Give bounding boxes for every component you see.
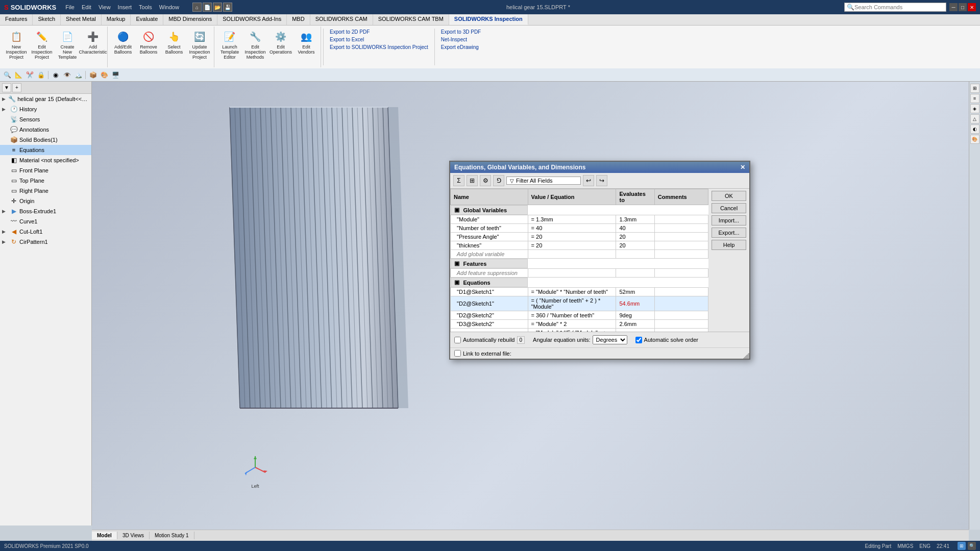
toolbar-icon-home[interactable]: ⌂ (192, 3, 202, 12)
collapse-features-icon[interactable]: ▣ (454, 260, 459, 267)
dialog-resize-handle[interactable] (743, 353, 749, 359)
tree-item-cut-loft1[interactable]: ▶ ◀ Cut-Loft1 (0, 227, 91, 237)
btn-update-inspection[interactable]: 🔄 Update Inspection Project (187, 28, 212, 62)
tab-mbd[interactable]: MBD (287, 14, 310, 25)
tab-motion-study-1[interactable]: Motion Study 1 (150, 532, 194, 539)
menu-window[interactable]: Window (156, 3, 182, 11)
tree-item-origin[interactable]: ✛ Origin (0, 196, 91, 206)
minimize-button[interactable]: ─ (949, 3, 958, 11)
btn-net-inspect[interactable]: Net-Inspect (439, 36, 483, 43)
tab-features[interactable]: Features (0, 14, 33, 25)
tree-root-item[interactable]: ▶ 🔧 helical gear 15 (Default<<Default>_D… (0, 94, 91, 104)
sec-toolbar-btn2[interactable]: 📐 (13, 70, 23, 80)
link-external-checkbox[interactable] (454, 350, 461, 357)
eq-row-d3sketch2[interactable]: "D3@Sketch2" = "Module" * 2 2.6mm (451, 320, 708, 329)
features-add-row[interactable]: Add feature suppression (451, 269, 708, 278)
btn-select-balloons[interactable]: 👆 Select Balloons (162, 28, 186, 57)
btn-export-excel[interactable]: Export to Excel (328, 36, 430, 43)
sec-toolbar-btn1[interactable]: 🔍 (2, 70, 12, 80)
gv-row-teeth[interactable]: "Number of teeth" = 40 40 (451, 224, 708, 233)
taskbar-icon-windows[interactable]: ⊞ (958, 542, 966, 550)
btn-edit-inspection-methods[interactable]: 🔧 Edit Inspection Methods (243, 28, 267, 62)
angular-unit-select[interactable]: Degrees (593, 335, 627, 344)
btn-export-3d-pdf[interactable]: Export to 3D PDF (439, 29, 483, 35)
tab-solidworks-cam-tbm[interactable]: SOLIDWORKS CAM TBM (373, 14, 449, 25)
tree-item-sensors[interactable]: 📡 Sensors (0, 114, 91, 124)
btn-export[interactable]: Export... (712, 228, 746, 238)
eq-row-d2sketch2[interactable]: "D2@Sketch2" = 360 / "Number of teeth" 9… (451, 311, 708, 320)
eq-row-d2sketch1[interactable]: "D2@Sketch1" = ( "Number of teeth" + 2 )… (451, 296, 708, 311)
dialog-tb-btn3[interactable]: ⚙ (480, 175, 491, 186)
btn-new-inspection-project[interactable]: 📋 New Inspection Project (4, 28, 29, 62)
toolbar-icon-open[interactable]: 📂 (213, 3, 222, 12)
btn-help[interactable]: Help (712, 240, 746, 250)
btn-cancel[interactable]: Cancel (712, 203, 746, 213)
tab-model[interactable]: Model (92, 532, 117, 539)
sec-toolbar-btn9[interactable]: 🎨 (99, 70, 109, 80)
tab-3d-views[interactable]: 3D Views (117, 532, 150, 539)
tree-item-solid-bodies[interactable]: 📦 Solid Bodies(1) (0, 135, 91, 145)
collapse-equations-icon[interactable]: ▣ (454, 279, 459, 286)
btn-ok[interactable]: OK (712, 191, 746, 201)
taskbar-icon-search[interactable]: 🔍 (968, 542, 976, 550)
menu-view[interactable]: View (95, 3, 114, 11)
btn-export-edrawing[interactable]: Export eDrawing (439, 44, 483, 51)
tab-mbd-dimensions[interactable]: MBD Dimensions (163, 14, 217, 25)
tree-item-material[interactable]: ◧ Material <not specified> (0, 155, 91, 165)
gv-row-thickness[interactable]: "thicknes" = 20 20 (451, 241, 708, 250)
btn-remove-balloons[interactable]: 🚫 Remove Balloons (136, 28, 161, 57)
btn-create-new-template[interactable]: 📄 Create New Template (55, 28, 80, 62)
sec-toolbar-btn4[interactable]: 🔒 (36, 70, 46, 80)
tab-evaluate[interactable]: Evaluate (131, 14, 163, 25)
tree-item-top-plane[interactable]: ▭ Top Plane (0, 176, 91, 186)
menu-file[interactable]: File (62, 3, 78, 11)
btn-edit-inspection-project[interactable]: ✏️ Edit Inspection Project (30, 28, 54, 62)
auto-rebuild-checkbox[interactable] (454, 337, 461, 343)
toolbar-icon-new[interactable]: 📄 (203, 3, 212, 12)
right-panel-btn6[interactable]: 🎨 (970, 135, 979, 144)
btn-add-characteristic[interactable]: ➕ Add Characteristic (81, 28, 105, 57)
sec-toolbar-btn3[interactable]: ✂️ (24, 70, 35, 80)
sec-toolbar-btn7[interactable]: 🏔️ (73, 70, 83, 80)
sec-toolbar-btn6[interactable]: 👁️ (62, 70, 72, 80)
menu-edit[interactable]: Edit (79, 3, 94, 11)
filter-input[interactable] (516, 178, 577, 184)
search-box[interactable]: 🔍 (844, 3, 946, 12)
tree-item-curve1[interactable]: 〰 Curve1 (0, 216, 91, 227)
auto-solve-checkbox[interactable] (635, 337, 642, 343)
maximize-button[interactable]: □ (959, 3, 967, 11)
gv-add-row[interactable]: Add global variable (451, 250, 708, 259)
tree-item-cirpattern1[interactable]: ▶ ↻ CirPattern1 (0, 237, 91, 247)
dialog-tb-btn4[interactable]: ⅁ (493, 175, 504, 186)
sec-toolbar-btn8[interactable]: 📦 (88, 70, 98, 80)
dialog-tb-btn1[interactable]: Σ (453, 175, 464, 186)
tab-solidworks-addins[interactable]: SOLIDWORKS Add-Ins (217, 14, 287, 25)
search-input[interactable] (854, 4, 936, 10)
dialog-tb-undo[interactable]: ↩ (583, 175, 594, 186)
tab-solidworks-cam[interactable]: SOLIDWORKS CAM (310, 14, 373, 25)
btn-add-edit-balloons[interactable]: 🔵 Add/Edit Balloons (111, 28, 135, 57)
tree-item-front-plane[interactable]: ▭ Front Plane (0, 165, 91, 176)
tree-expand-icon[interactable]: + (12, 83, 21, 92)
right-panel-btn4[interactable]: △ (970, 114, 979, 123)
btn-export-sw-inspection[interactable]: Export to SOLIDWORKS Inspection Project (328, 44, 430, 51)
right-panel-btn2[interactable]: ≡ (970, 94, 979, 103)
tree-item-annotations[interactable]: 💬 Annotations (0, 124, 91, 135)
filter-box[interactable]: ▽ (506, 177, 581, 185)
tree-item-equations[interactable]: = Equations (0, 145, 91, 155)
toolbar-icon-save[interactable]: 💾 (223, 3, 232, 12)
tab-solidworks-inspection[interactable]: SOLIDWORKS Inspection (449, 14, 528, 25)
right-panel-btn3[interactable]: ◈ (970, 104, 979, 113)
btn-launch-template-editor[interactable]: 📝 Launch Template Editor (217, 28, 242, 62)
dialog-close-button[interactable]: ✕ (740, 164, 745, 171)
gv-row-module[interactable]: "Module" = 1.3mm 1.3mm (451, 215, 708, 224)
eq-row-d1sketch1[interactable]: "D1@Sketch1" = "Module" * "Number of tee… (451, 288, 708, 296)
eq-row-d1sketch2[interactable]: "D1@Sketch2" = "Module" * IIF ( "Module"… (451, 329, 708, 332)
dialog-tb-redo[interactable]: ↪ (596, 175, 607, 186)
tree-filter-icon[interactable]: ▼ (2, 83, 11, 92)
btn-edit-operations[interactable]: ⚙️ Edit Operations (268, 28, 293, 57)
gv-row-pressure[interactable]: "Pressure Angle" = 20 20 (451, 233, 708, 241)
viewport[interactable]: Left Equations, Global Variables, and Di… (92, 82, 969, 530)
tab-sketch[interactable]: Sketch (33, 14, 61, 25)
right-panel-btn1[interactable]: ⊞ (970, 84, 979, 93)
